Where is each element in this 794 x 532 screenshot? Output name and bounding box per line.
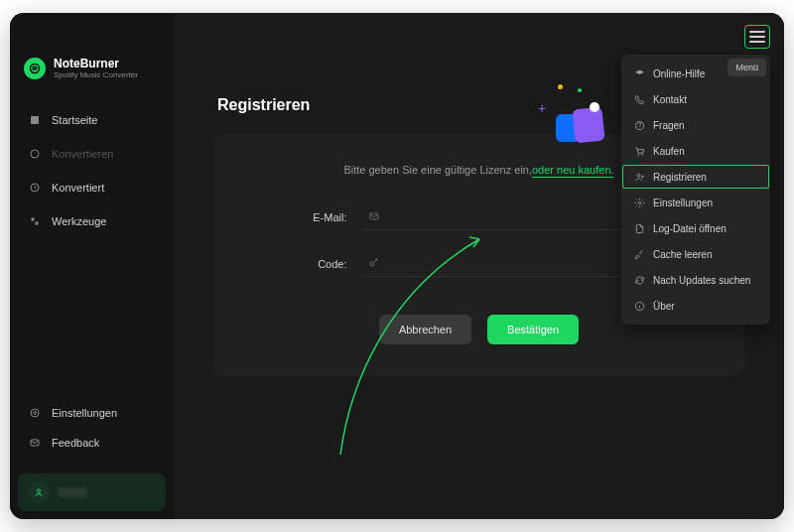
avatar-icon [28, 481, 50, 503]
svg-rect-4 [32, 218, 35, 221]
menu-item-log-datei[interactable]: Log-Datei öffnen [621, 215, 770, 241]
menu-item-kontakt[interactable]: Kontakt [621, 86, 770, 112]
key-icon [367, 256, 381, 270]
home-icon [28, 113, 42, 127]
broom-icon [633, 248, 645, 260]
question-icon [633, 119, 645, 131]
code-input[interactable] [389, 257, 657, 269]
sidebar-bottom: Einstellungen Feedback [10, 392, 174, 466]
menu-item-label: Über [653, 301, 675, 312]
sidebar-item-startseite[interactable]: Startseite [18, 105, 166, 135]
email-label: E-Mail: [298, 211, 347, 223]
menu-item-updates[interactable]: Nach Updates suchen [621, 267, 770, 293]
sidebar-item-konvertieren[interactable]: Konvertieren [18, 139, 166, 169]
svg-point-16 [638, 201, 641, 204]
email-input-wrap [363, 203, 661, 230]
sidebar-nav: Startseite Konvertieren Konvertiert Werk… [10, 99, 174, 242]
phone-icon [633, 93, 645, 105]
svg-rect-1 [31, 116, 39, 124]
graduation-icon [633, 67, 645, 79]
menu-item-einstellungen[interactable]: Einstellungen [621, 190, 770, 215]
svg-point-9 [38, 489, 41, 492]
menu-item-label: Kontakt [653, 94, 687, 105]
cancel-button[interactable]: Abbrechen [379, 315, 471, 344]
menu-item-label: Nach Updates suchen [653, 275, 750, 286]
menu-item-label: Fragen [653, 120, 685, 131]
buy-link[interactable]: oder neu kaufen. [532, 164, 614, 176]
menu-item-online-hilfe[interactable]: Online-Hilfe [621, 61, 770, 86]
sidebar-item-konvertiert[interactable]: Konvertiert [18, 173, 166, 202]
gear-icon [633, 197, 645, 208]
main-area: + Registrieren Bitte geben Sie eine gült… [174, 13, 784, 519]
app-window: NoteBurner Spotify Music Converter Start… [10, 13, 784, 519]
svg-rect-5 [36, 222, 39, 225]
brand-logo-icon [24, 58, 46, 79]
svg-point-15 [637, 174, 640, 177]
confirm-button[interactable]: Bestätigen [487, 315, 579, 344]
svg-point-11 [370, 262, 374, 266]
info-icon [633, 300, 645, 312]
dropdown-menu: Menü Online-Hilfe Kontakt Fragen Kaufen … [621, 55, 770, 325]
menu-item-fragen[interactable]: Fragen [621, 112, 770, 138]
menu-item-label: Registrieren [653, 172, 707, 183]
code-input-wrap [363, 250, 661, 277]
clock-icon [28, 181, 42, 195]
brand-name: NoteBurner [54, 57, 138, 70]
menu-item-ueber[interactable]: Über [621, 293, 770, 319]
sidebar-item-label: Werkzeuge [52, 215, 106, 227]
email-input[interactable] [389, 210, 657, 222]
svg-point-7 [31, 409, 39, 417]
menu-item-registrieren[interactable]: Registrieren [621, 164, 770, 190]
menu-item-label: Einstellungen [653, 198, 713, 208]
account-name-blurred [58, 487, 87, 497]
envelope-icon [367, 209, 381, 223]
svg-point-2 [31, 150, 39, 158]
refresh-icon [633, 274, 645, 286]
cart-icon [633, 145, 645, 157]
menu-item-label: Kaufen [653, 146, 685, 157]
sidebar-item-label: Konvertiert [52, 182, 104, 194]
menu-item-label: Log-Datei öffnen [653, 223, 727, 234]
sidebar-item-label: Einstellungen [52, 407, 117, 419]
account-pill[interactable] [18, 473, 166, 511]
file-icon [633, 222, 645, 234]
sidebar-item-feedback[interactable]: Feedback [18, 428, 166, 458]
help-prefix: Bitte geben Sie eine gültige Lizenz ein, [343, 164, 532, 176]
sidebar-item-label: Feedback [52, 437, 99, 449]
menu-item-cache-leeren[interactable]: Cache leeren [621, 241, 770, 267]
code-label: Code: [298, 258, 347, 270]
mail-icon [28, 436, 42, 450]
convert-icon [28, 147, 42, 161]
user-plus-icon [633, 171, 645, 183]
svg-point-14 [641, 154, 642, 155]
sidebar-item-label: Startseite [52, 114, 97, 126]
sidebar-item-einstellungen[interactable]: Einstellungen [18, 398, 166, 428]
menu-item-label: Cache leeren [653, 249, 712, 260]
sidebar-item-label: Konvertieren [52, 148, 113, 160]
gear-icon [28, 406, 42, 420]
svg-point-13 [637, 154, 638, 155]
svg-point-6 [34, 412, 37, 415]
sidebar: NoteBurner Spotify Music Converter Start… [10, 13, 174, 519]
tools-icon [28, 214, 42, 228]
brand-block: NoteBurner Spotify Music Converter [10, 57, 174, 99]
brand-subtitle: Spotify Music Converter [54, 70, 138, 79]
hamburger-menu-button[interactable] [744, 25, 770, 49]
menu-item-kaufen[interactable]: Kaufen [621, 138, 770, 164]
menu-item-label: Online-Hilfe [653, 68, 705, 79]
sidebar-item-werkzeuge[interactable]: Werkzeuge [18, 206, 166, 236]
